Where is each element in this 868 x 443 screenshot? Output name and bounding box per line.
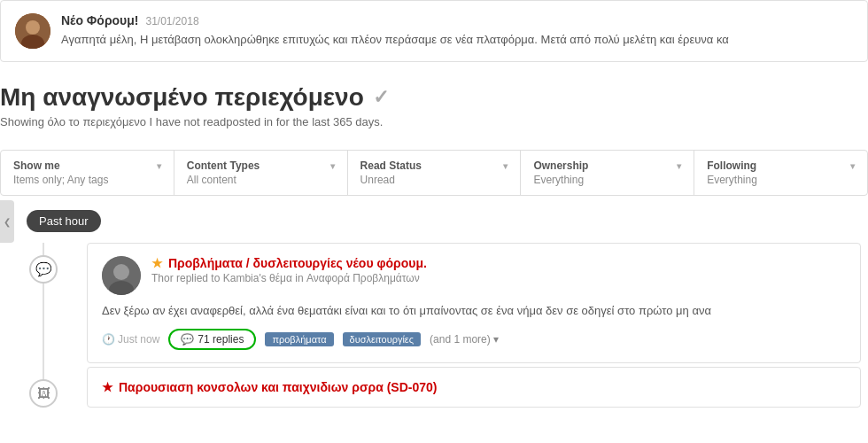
filter-label: Read Status ▾ — [360, 159, 508, 172]
star-icon: ★ — [151, 256, 163, 270]
filter-arrow-icon: ▾ — [157, 161, 161, 171]
filter-bar: Show me ▾ Items only; Any tags Content T… — [0, 150, 868, 196]
filter-value: Everything — [533, 174, 681, 186]
filter-item-read-status[interactable]: Read Status ▾ Unread — [348, 151, 522, 195]
post-header: ★ Προβλήματα / δυσλειτουργίες νέου φόρου… — [102, 256, 846, 295]
top-post-card: Νέο Φόρουμ! 31/01/2018 Αγαπητά μέλη, Η μ… — [0, 0, 868, 62]
side-collapse-tab[interactable]: ❮ — [0, 200, 14, 243]
filter-label: Ownership ▾ — [533, 159, 681, 172]
comment-icon: 💬 — [29, 255, 58, 284]
post-body: Δεν ξέρω αν έχει αναφερθεί, αλλά ένα θεμ… — [102, 302, 846, 320]
filter-item-content-types[interactable]: Content Types ▾ All content — [174, 151, 348, 195]
post-title-text: Παρουσιαση κονσολων και παιχνιδιων ρσρα … — [119, 380, 437, 394]
page-title-area: Μη αναγνωσμένο περιεχόμενο ✓ Showing όλο… — [0, 62, 868, 136]
filter-arrow-icon: ▾ — [330, 161, 335, 171]
filter-arrow-icon: ▾ — [677, 161, 681, 171]
timeline-item: 🖼 ★ Παρουσιαση κονσολων και παιχνιδιων ρ… — [0, 367, 868, 408]
timeline-item: 💬 ★ Προβλήματα / δυσλειτουργίες — [0, 243, 868, 365]
svg-point-4 — [113, 264, 129, 280]
page-title: Μη αναγνωσμένο περιεχόμενο ✓ — [0, 83, 868, 112]
replies-label: 71 replies — [198, 333, 244, 346]
filter-value: Everything — [707, 174, 855, 186]
timeline-label: Past hour — [27, 210, 101, 232]
filter-item-show-me[interactable]: Show me ▾ Items only; Any tags — [1, 151, 174, 195]
post-meta: ★ Προβλήματα / δυσλειτουργίες νέου φόρου… — [151, 256, 846, 284]
page-title-text: Μη αναγνωσμένο περιεχόμενο — [0, 83, 364, 112]
more-tags[interactable]: (and 1 more) ▾ — [430, 333, 499, 346]
post-subtitle: Thor replied to Kambia's θέμα in Αναφορά… — [151, 272, 846, 284]
timeline-list: 💬 ★ Προβλήματα / δυσλειτουργίες — [0, 243, 868, 408]
avatar — [102, 256, 141, 295]
filter-label: Following ▾ — [707, 159, 855, 172]
post-card: ★ Προβλήματα / δυσλειτουργίες νέου φόρου… — [87, 243, 861, 363]
filter-arrow-icon: ▾ — [850, 161, 855, 171]
filter-item-ownership[interactable]: Ownership ▾ Everything — [521, 151, 694, 195]
post-time: 🕐 Just now — [102, 333, 159, 346]
filter-value: Unread — [360, 174, 508, 186]
check-icon: ✓ — [373, 86, 389, 109]
avatar — [15, 13, 50, 49]
filter-value: All content — [187, 174, 335, 186]
filter-label: Show me ▾ — [13, 159, 161, 172]
speech-bubble-icon: 💬 — [181, 333, 194, 346]
tag-dysleitourgies[interactable]: δυσλειτουργίες — [343, 332, 422, 346]
post-title[interactable]: ★ Προβλήματα / δυσλειτουργίες νέου φόρου… — [151, 256, 846, 270]
filter-value: Items only; Any tags — [13, 174, 161, 186]
post-title-partial[interactable]: ★ Παρουσιαση κονσολων και παιχνιδιων ρσρ… — [102, 380, 846, 394]
filter-label: Content Types ▾ — [187, 159, 335, 172]
page-subtitle: Showing όλο το περιεχόμενο I have not re… — [0, 115, 868, 128]
svg-point-1 — [26, 20, 40, 35]
clock-icon: 🕐 — [102, 333, 115, 346]
timeline-icon-col: 🖼 — [0, 367, 87, 408]
image-icon: 🖼 — [29, 379, 58, 408]
post-title-text: Προβλήματα / δυσλειτουργίες νέου φόρουμ. — [168, 256, 427, 270]
filter-item-following[interactable]: Following ▾ Everything — [694, 151, 867, 195]
filter-arrow-icon: ▾ — [503, 161, 508, 171]
top-post-content: Νέο Φόρουμ! 31/01/2018 Αγαπητά μέλη, Η μ… — [61, 13, 853, 49]
top-post-username[interactable]: Νέο Φόρουμ! — [61, 13, 139, 27]
collapse-arrow-icon: ❮ — [4, 217, 11, 227]
star-icon: ★ — [102, 380, 113, 394]
post-footer: 🕐 Just now 💬 71 replies προβλήματα δυσλε… — [102, 329, 846, 350]
timeline-section: Past hour 💬 — [0, 210, 868, 408]
top-post-header: Νέο Φόρουμ! 31/01/2018 — [61, 13, 853, 27]
replies-button[interactable]: 💬 71 replies — [168, 329, 256, 350]
top-post-text: Αγαπητά μέλη, Η μετάβαση ολοκληρώθηκε επ… — [61, 31, 853, 49]
post-card-partial: ★ Παρουσιαση κονσολων και παιχνιδιων ρσρ… — [87, 367, 861, 408]
timeline-icon-col: 💬 — [0, 243, 87, 284]
post-time-text: Just now — [118, 333, 159, 346]
tag-problimata[interactable]: προβλήματα — [265, 332, 333, 346]
top-post-date: 31/01/2018 — [146, 15, 199, 27]
